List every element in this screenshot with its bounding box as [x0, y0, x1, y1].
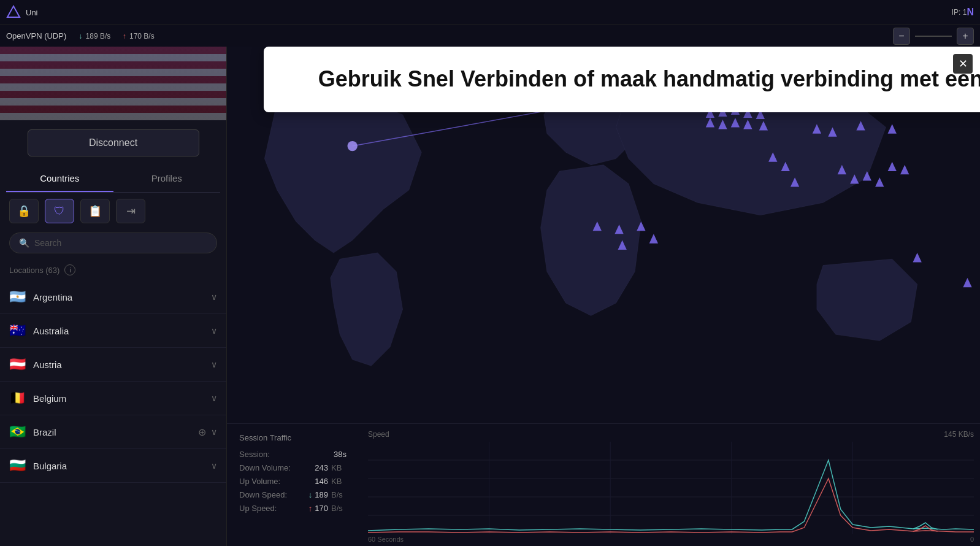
- up-speed-unit: B/s: [331, 504, 350, 513]
- country-item-austria[interactable]: 🇦🇹 Austria ∨: [0, 348, 226, 382]
- info-icon: i: [69, 266, 71, 274]
- title-bar: Uni IP: 1 N: [0, 0, 980, 25]
- zoom-slider: [915, 36, 952, 37]
- country-name-argentina: Argentina: [33, 292, 211, 302]
- flag-argentina: 🇦🇷: [9, 289, 26, 305]
- up-volume-unit: KB: [331, 477, 350, 486]
- disconnect-button[interactable]: Disconnect: [28, 129, 199, 156]
- country-item-australia[interactable]: 🇦🇺 Australia ∨: [0, 314, 226, 348]
- stat-up-volume: Up Volume: 146 KB: [239, 477, 350, 486]
- svg-marker-27: [888, 162, 897, 171]
- country-name-austria: Austria: [33, 360, 211, 370]
- svg-marker-38: [963, 278, 971, 287]
- country-item-bulgaria[interactable]: 🇧🇬 Bulgaria ∨: [0, 449, 226, 483]
- flag-brazil: 🇧🇷: [9, 424, 26, 440]
- stat-down-volume: Down Volume: 243 KB: [239, 463, 350, 472]
- us-flag-bg: [0, 47, 226, 120]
- filter-lock-button[interactable]: 🔒: [9, 199, 39, 223]
- up-speed-value: 170: [315, 504, 328, 513]
- zoom-out-button[interactable]: −: [893, 28, 910, 45]
- chevron-belgium: ∨: [211, 393, 217, 403]
- stat-down-speed: Down Speed: ↓ 189 B/s: [239, 490, 350, 499]
- chart-area: [368, 442, 974, 534]
- speed-chart: Speed 145 KB/s: [362, 424, 980, 546]
- stat-session: Session: 38s: [239, 450, 350, 459]
- chevron-australia: ∨: [211, 326, 217, 336]
- app-container: Uni IP: 1 N OpenVPN (UDP) ↓ 189 B/s ↑ 17…: [0, 0, 980, 546]
- search-input[interactable]: [34, 238, 207, 248]
- chevron-bulgaria: ∨: [211, 461, 217, 471]
- flag-banner: [0, 47, 226, 120]
- down-speed-arrow-icon: ↓: [308, 490, 313, 499]
- search-box: 🔍: [9, 233, 217, 253]
- app-title: Uni: [26, 8, 949, 17]
- up-volume-label: Up Volume:: [239, 477, 315, 486]
- session-value: 38s: [334, 450, 346, 459]
- svg-marker-23: [888, 124, 897, 133]
- stats-panel: Session Traffic Session: 38s Down Volume…: [227, 423, 980, 546]
- main-content: Disconnect Countries Profiles 🔒 🛡 📋 ⇥ 🔍 …: [0, 47, 980, 546]
- svg-marker-28: [900, 165, 909, 174]
- up-speed-arrow-icon: ↑: [308, 504, 313, 513]
- sidebar: Disconnect Countries Profiles 🔒 🛡 📋 ⇥ 🔍 …: [0, 47, 227, 546]
- flag-austria: 🇦🇹: [9, 356, 26, 372]
- country-item-brazil[interactable]: 🇧🇷 Brazil ⊕ ∨: [0, 415, 226, 449]
- filter-shield-button[interactable]: 🛡: [45, 199, 74, 223]
- chart-footer: 60 Seconds 0: [368, 536, 974, 543]
- speed-display: ↓ 189 B/s ↑ 170 B/s: [78, 32, 154, 40]
- flag-belgium: 🇧🇪: [9, 390, 26, 406]
- svg-marker-0: [7, 6, 20, 17]
- protocol-label: OpenVPN (UDP): [6, 31, 66, 40]
- chart-seconds-label: 60 Seconds: [368, 536, 404, 543]
- down-speed-label: Down Speed:: [239, 490, 308, 499]
- status-bar: OpenVPN (UDP) ↓ 189 B/s ↑ 170 B/s − +: [0, 25, 980, 47]
- speed-max-label: 145 KB/s: [944, 430, 974, 439]
- zoom-in-button[interactable]: +: [957, 28, 974, 45]
- country-item-belgium[interactable]: 🇧🇪 Belgium ∨: [0, 382, 226, 415]
- session-traffic: Session Traffic Session: 38s Down Volume…: [227, 424, 362, 546]
- flag-bulgaria: 🇧🇬: [9, 458, 26, 474]
- stats-title: Session Traffic: [239, 433, 350, 442]
- info-button[interactable]: i: [64, 264, 75, 275]
- svg-marker-29: [875, 177, 884, 186]
- map-area: Session Traffic Session: 38s Down Volume…: [227, 47, 980, 546]
- svg-marker-37: [913, 253, 922, 262]
- filter-layers-button[interactable]: ⇥: [116, 199, 145, 223]
- country-name-australia: Australia: [33, 326, 211, 336]
- speed-chart-svg: [368, 442, 974, 534]
- flag-australia: 🇦🇺: [9, 323, 26, 339]
- session-label: Session:: [239, 450, 334, 459]
- locations-count-label: Locations (63): [9, 266, 59, 275]
- locations-header: Locations (63) i: [0, 260, 226, 280]
- country-item-argentina[interactable]: 🇦🇷 Argentina ∨: [0, 280, 226, 314]
- speed-label: Speed: [368, 430, 389, 439]
- filter-list-button[interactable]: 📋: [80, 199, 110, 223]
- globe-brazil: ⊕: [198, 426, 206, 438]
- down-speed-value: 189: [315, 490, 328, 499]
- stat-up-speed: Up Speed: ↑ 170 B/s: [239, 504, 350, 513]
- down-speed-value: 189 B/s: [86, 32, 111, 40]
- filter-icon-bar: 🔒 🛡 📋 ⇥: [0, 193, 226, 229]
- up-volume-value: 146: [315, 477, 328, 486]
- tooltip-overlay: Gebruik Snel Verbinden of maak handmatig…: [264, 47, 980, 112]
- down-arrow-icon: ↓: [78, 32, 82, 40]
- down-volume-unit: KB: [331, 463, 350, 472]
- svg-point-2: [347, 141, 357, 151]
- country-name-bulgaria: Bulgaria: [33, 461, 211, 471]
- close-button[interactable]: ✕: [953, 54, 973, 74]
- vpn-logo-icon: [6, 5, 21, 20]
- svg-marker-33: [649, 234, 658, 243]
- ip-display: IP: 1: [952, 8, 967, 17]
- down-volume-value: 243: [315, 463, 328, 472]
- up-speed-value: 170 B/s: [129, 32, 155, 40]
- tab-profiles[interactable]: Profiles: [113, 166, 221, 192]
- down-speed-unit: B/s: [331, 490, 350, 499]
- chart-zero-label: 0: [970, 536, 974, 543]
- zoom-controls: − +: [893, 28, 974, 45]
- search-icon: 🔍: [19, 238, 29, 248]
- n-label: N: [967, 7, 974, 18]
- up-arrow-icon: ↑: [123, 32, 126, 40]
- chevron-brazil: ∨: [211, 427, 217, 437]
- tab-countries[interactable]: Countries: [6, 166, 113, 192]
- country-list[interactable]: 🇦🇷 Argentina ∨ 🇦🇺 Australia ∨ 🇦🇹 Austria…: [0, 280, 226, 546]
